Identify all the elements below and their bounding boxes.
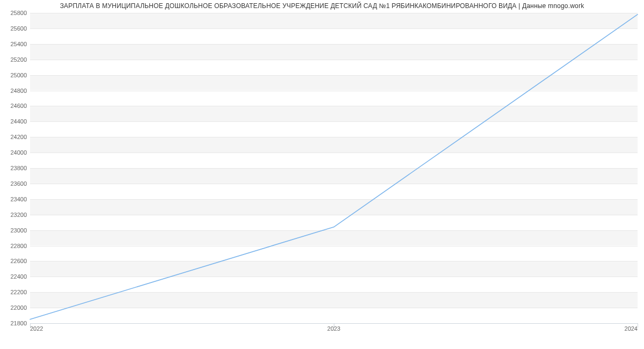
y-tick-label: 21800	[3, 320, 27, 326]
line-series	[30, 13, 638, 323]
y-tick-label: 24800	[3, 88, 27, 94]
y-tick-label: 25200	[3, 56, 27, 63]
y-tick-label: 23800	[3, 165, 27, 171]
plot-area	[30, 13, 638, 323]
x-tick-label: 2023	[327, 325, 340, 332]
y-tick-label: 22200	[3, 289, 27, 295]
y-tick-label: 25400	[3, 41, 27, 47]
y-tick-label: 22000	[3, 304, 27, 311]
x-tick-label: 2022	[30, 325, 43, 332]
x-tick-label: 2024	[625, 325, 638, 332]
y-tick-label: 24200	[3, 134, 27, 140]
y-tick-label: 23000	[3, 227, 27, 234]
y-tick-label: 25600	[3, 25, 27, 32]
y-tick-label: 25000	[3, 72, 27, 78]
y-tick-label: 25800	[3, 10, 27, 16]
y-tick-label: 24600	[3, 103, 27, 109]
y-tick-label: 22800	[3, 243, 27, 249]
y-tick-label: 23200	[3, 212, 27, 218]
chart-container: ЗАРПЛАТА В МУНИЦИПАЛЬНОЕ ДОШКОЛЬНОЕ ОБРА…	[0, 0, 644, 349]
y-tick-label: 22600	[3, 258, 27, 264]
y-tick-label: 24000	[3, 149, 27, 156]
y-tick-label: 23400	[3, 196, 27, 202]
x-tick	[638, 323, 638, 328]
chart-title: ЗАРПЛАТА В МУНИЦИПАЛЬНОЕ ДОШКОЛЬНОЕ ОБРА…	[0, 2, 644, 10]
y-tick-label: 23600	[3, 180, 27, 187]
y-tick-label: 22400	[3, 273, 27, 280]
y-tick-label: 24400	[3, 118, 27, 125]
